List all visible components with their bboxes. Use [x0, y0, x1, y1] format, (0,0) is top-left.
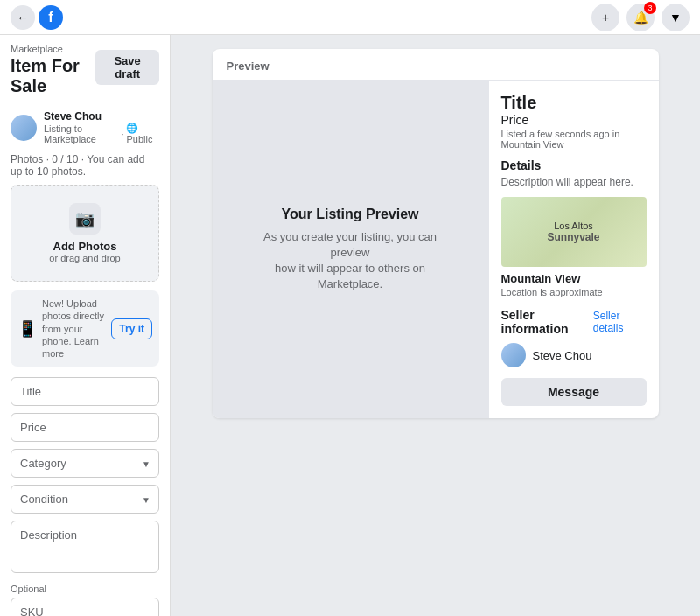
- left-panel: Marketplace Item For Sale Save draft Ste…: [0, 35, 171, 616]
- seller-row: Seller information Seller details: [501, 308, 647, 336]
- mini-map: Los Altos Sunnyvale: [501, 197, 647, 267]
- preview-location: Mountain View: [501, 272, 647, 285]
- try-it-button[interactable]: Try it: [111, 318, 152, 340]
- account-menu-button[interactable]: ▼: [662, 4, 690, 32]
- preview-listing-title: Your Listing Preview: [281, 206, 418, 222]
- preview-image-area: Your Listing Preview As you create your …: [213, 80, 488, 418]
- notifications-button[interactable]: 🔔 3: [626, 4, 654, 32]
- add-photos-sub: or drag and drop: [49, 253, 120, 263]
- notification-badge: 3: [644, 2, 656, 14]
- seller-info-title: Seller information: [501, 308, 593, 336]
- listing-to-text: Listing to Marketplace: [44, 123, 118, 144]
- user-row: Steve Chou Listing to Marketplace · 🌐 Pu…: [10, 110, 159, 144]
- preview-card: Preview Your Listing Preview As you crea…: [213, 49, 659, 418]
- seller-details-link[interactable]: Seller details: [593, 310, 647, 334]
- page-title: Item For Sale: [10, 56, 95, 96]
- preview-listed: Listed a few seconds ago in Mountain Vie…: [501, 129, 647, 150]
- condition-select[interactable]: Condition: [10, 485, 159, 514]
- add-photos-text: Add Photos: [53, 240, 117, 253]
- preview-listing-sub: As you create your listing, you can prev…: [254, 229, 446, 293]
- mini-map-inner: Los Altos Sunnyvale: [501, 197, 647, 267]
- category-select-wrapper: Category ▼: [10, 449, 159, 478]
- topbar-right: + 🔔 3 ▼: [592, 4, 690, 32]
- visibility-text: 🌐 Public: [126, 122, 159, 144]
- upload-phone-row: 📱 New! Upload photos directly from your …: [10, 290, 159, 367]
- map-label2: Sunnyvale: [547, 231, 599, 243]
- preview-header: Preview: [213, 49, 659, 80]
- price-input[interactable]: [10, 413, 159, 442]
- preview-title: Title: [501, 93, 647, 113]
- condition-select-wrapper: Condition ▼: [10, 485, 159, 514]
- category-select[interactable]: Category: [10, 449, 159, 478]
- save-draft-button[interactable]: Save draft: [95, 50, 159, 85]
- avatar: [10, 115, 37, 141]
- seller-info-row: Steve Chou: [501, 343, 647, 368]
- message-button[interactable]: Message: [501, 378, 647, 406]
- sku-input[interactable]: [10, 598, 159, 616]
- description-input[interactable]: [10, 521, 159, 573]
- main-content: Marketplace Item For Sale Save draft Ste…: [0, 35, 700, 616]
- camera-icon: 📷: [69, 203, 101, 234]
- back-icon[interactable]: ←: [10, 5, 35, 30]
- preview-sidebar: Title Price Listed a few seconds ago in …: [488, 80, 659, 418]
- upload-phone-text: New! Upload photos directly from your ph…: [42, 298, 106, 360]
- topbar-left: ← f: [10, 5, 63, 30]
- user-name: Steve Chou: [44, 110, 159, 122]
- user-listing-to: Listing to Marketplace · 🌐 Public: [44, 122, 159, 144]
- topbar: ← f + 🔔 3 ▼: [0, 0, 700, 35]
- preview-body: Your Listing Preview As you create your …: [213, 80, 659, 418]
- preview-desc: Description will appear here.: [501, 176, 647, 188]
- map-label: Los Altos: [547, 220, 599, 231]
- plus-icon: +: [602, 10, 609, 24]
- photos-label: Photos · 0 / 10 · You can add up to 10 p…: [10, 153, 159, 178]
- facebook-logo: f: [38, 5, 63, 30]
- seller-avatar: [501, 343, 526, 368]
- seller-name: Steve Chou: [533, 349, 592, 362]
- preview-location-sub: Location is approximate: [501, 287, 647, 298]
- preview-price: Price: [501, 113, 647, 127]
- add-photos-box[interactable]: 📷 Add Photos or drag and drop: [10, 185, 159, 282]
- sku-optional-label: Optional: [10, 584, 159, 594]
- title-input[interactable]: [10, 377, 159, 406]
- user-info: Steve Chou Listing to Marketplace · 🌐 Pu…: [44, 110, 159, 144]
- right-panel: Preview Your Listing Preview As you crea…: [171, 35, 700, 616]
- add-button[interactable]: +: [592, 4, 620, 32]
- chevron-down-icon: ▼: [669, 10, 682, 24]
- details-title: Details: [501, 158, 647, 172]
- phone-icon: 📱: [18, 319, 37, 339]
